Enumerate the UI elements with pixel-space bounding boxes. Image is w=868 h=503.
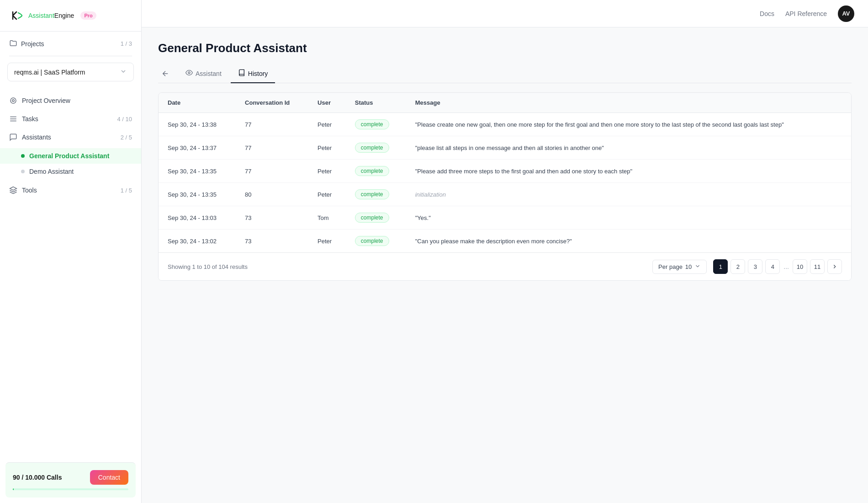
col-user: User <box>308 93 346 113</box>
book-icon <box>238 69 245 78</box>
cell-conversation-id: 73 <box>236 230 308 253</box>
main-content: Docs API Reference AV General Product As… <box>142 0 868 503</box>
tab-history[interactable]: History <box>231 64 275 83</box>
nav-items: Project Overview Tasks 4 / 10 <box>0 88 141 457</box>
circle-icon <box>9 96 17 105</box>
status-badge: complete <box>355 236 389 246</box>
page-next-btn[interactable] <box>827 259 842 274</box>
cell-user: Peter <box>308 136 346 160</box>
cell-date: Sep 30, 24 - 13:37 <box>159 136 236 160</box>
pro-badge: Pro <box>80 11 96 20</box>
table-row[interactable]: Sep 30, 24 - 13:3577Petercomplete"Please… <box>159 160 851 183</box>
col-status: Status <box>346 93 406 113</box>
brand-assistant: Assistant <box>28 12 54 19</box>
assistants-label: Assistants <box>22 134 51 141</box>
table-row[interactable]: Sep 30, 24 - 13:3777Petercomplete"please… <box>159 136 851 160</box>
page-content: General Product Assistant Assistant <box>142 27 868 503</box>
col-conversation-id: Conversation Id <box>236 93 308 113</box>
avatar[interactable]: AV <box>838 5 854 22</box>
per-page-label: Per page <box>658 263 683 270</box>
table-row[interactable]: Sep 30, 24 - 13:3877Petercomplete"Please… <box>159 113 851 136</box>
table-row[interactable]: Sep 30, 24 - 13:0373Tomcomplete"Yes." <box>159 206 851 230</box>
svg-point-1 <box>12 100 15 102</box>
cell-conversation-id: 80 <box>236 183 308 206</box>
tabs: Assistant History <box>158 64 852 83</box>
active-dot-icon <box>21 154 25 158</box>
cell-user: Peter <box>308 113 346 136</box>
assistants-count: 2 / 5 <box>121 134 132 141</box>
cell-status: complete <box>346 136 406 160</box>
sidebar-header: AssistantEngine Pro <box>0 0 141 32</box>
page-btn-3[interactable]: 3 <box>748 259 762 274</box>
sidebar-item-assistants[interactable]: Assistants 2 / 5 <box>0 128 141 146</box>
sidebar-item-general-product-assistant[interactable]: General Product Assistant <box>0 148 141 164</box>
topbar: Docs API Reference AV <box>142 0 868 27</box>
cell-status: complete <box>346 160 406 183</box>
status-badge: complete <box>355 166 389 176</box>
brand-name: AssistantEngine <box>28 12 74 19</box>
cell-message: initialization <box>406 183 851 206</box>
cell-status: complete <box>346 113 406 136</box>
contact-button[interactable]: Contact <box>90 470 128 485</box>
cell-conversation-id: 73 <box>236 206 308 230</box>
table: Date Conversation Id User Status Message… <box>159 93 851 252</box>
cell-date: Sep 30, 24 - 13:02 <box>159 230 236 253</box>
cell-conversation-id: 77 <box>236 113 308 136</box>
project-selector-value: reqms.ai | SaaS Platform <box>14 69 85 76</box>
page-btn-10[interactable]: 10 <box>793 259 807 274</box>
sidebar: AssistantEngine Pro Projects 1 / 3 reqms… <box>0 0 142 503</box>
sidebar-item-tools[interactable]: Tools 1 / 5 <box>0 181 141 199</box>
cell-message: "Please create one new goal, then one mo… <box>406 113 851 136</box>
chevron-down-icon <box>120 68 127 76</box>
projects-label: Projects <box>21 40 44 48</box>
per-page-selector[interactable]: Per page 10 <box>652 260 707 274</box>
sidebar-footer: 90 / 10.000 Calls Contact <box>5 462 136 498</box>
cell-message: "Please add three more steps to the firs… <box>406 160 851 183</box>
page-btn-1[interactable]: 1 <box>713 259 728 274</box>
tab-assistant[interactable]: Assistant <box>178 64 229 83</box>
svg-point-0 <box>11 98 16 103</box>
list-icon <box>9 115 17 123</box>
pagination-right: Per page 10 1 2 3 4 ... 10 11 <box>652 259 842 274</box>
status-badge: complete <box>355 213 389 223</box>
cell-message: "Can you please make the description eve… <box>406 230 851 253</box>
back-button[interactable] <box>158 66 173 81</box>
status-badge: complete <box>355 189 389 199</box>
page-btn-11[interactable]: 11 <box>810 259 825 274</box>
docs-link[interactable]: Docs <box>760 10 774 17</box>
status-badge: complete <box>355 119 389 129</box>
sidebar-divider <box>9 56 132 56</box>
project-overview-label: Project Overview <box>22 97 70 104</box>
svg-point-5 <box>188 72 190 74</box>
projects-label-group: Projects <box>9 39 44 48</box>
api-reference-link[interactable]: API Reference <box>785 10 827 17</box>
calls-label: 90 / 10.000 Calls <box>13 474 62 481</box>
cell-user: Tom <box>308 206 346 230</box>
projects-count: 1 / 3 <box>121 40 132 47</box>
tasks-count: 4 / 10 <box>117 116 132 123</box>
cell-conversation-id: 77 <box>236 136 308 160</box>
logo-icon <box>9 8 24 23</box>
inactive-dot-icon <box>21 170 25 173</box>
demo-assistant-label: Demo Assistant <box>29 168 74 175</box>
table-header-row: Date Conversation Id User Status Message <box>159 93 851 113</box>
per-page-chevron-icon <box>694 263 701 271</box>
cell-date: Sep 30, 24 - 13:03 <box>159 206 236 230</box>
cell-status: complete <box>346 206 406 230</box>
page-btn-2[interactable]: 2 <box>730 259 745 274</box>
projects-row: Projects 1 / 3 <box>0 32 141 56</box>
project-selector[interactable]: reqms.ai | SaaS Platform <box>7 63 134 81</box>
page-btn-4[interactable]: 4 <box>765 259 780 274</box>
table-row[interactable]: Sep 30, 24 - 13:3580Petercompleteinitial… <box>159 183 851 206</box>
sidebar-item-demo-assistant[interactable]: Demo Assistant <box>0 164 141 179</box>
tasks-label: Tasks <box>22 115 38 123</box>
page-ellipsis: ... <box>783 263 790 270</box>
table-row[interactable]: Sep 30, 24 - 13:0273Petercomplete"Can yo… <box>159 230 851 253</box>
sidebar-item-project-overview[interactable]: Project Overview <box>0 91 141 110</box>
general-product-assistant-label: General Product Assistant <box>29 152 109 160</box>
cell-user: Peter <box>308 160 346 183</box>
sidebar-item-tasks[interactable]: Tasks 4 / 10 <box>0 110 141 128</box>
pagination-info: Showing 1 to 10 of 104 results <box>168 263 248 270</box>
cell-date: Sep 30, 24 - 13:35 <box>159 183 236 206</box>
eye-icon <box>185 69 193 78</box>
